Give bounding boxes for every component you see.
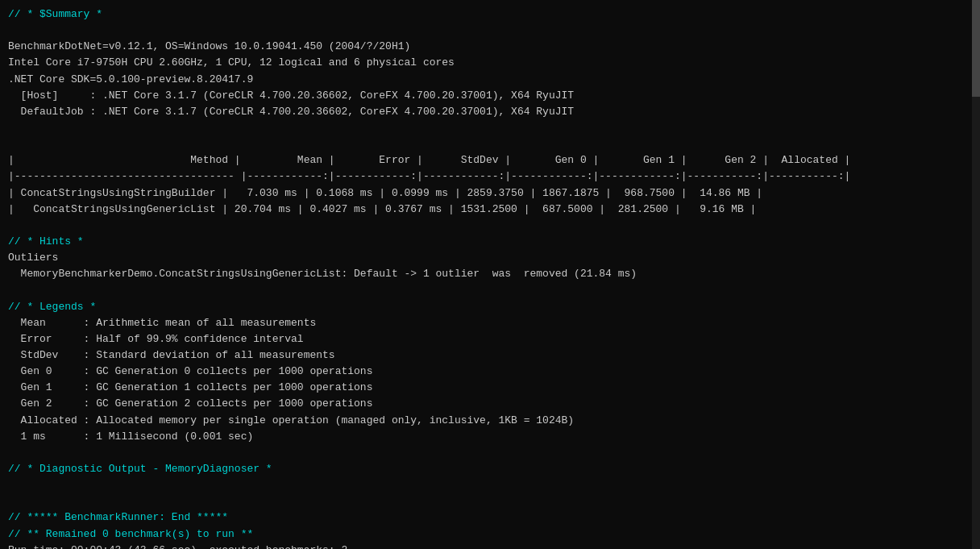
terminal-line <box>8 477 972 493</box>
terminal-line: Mean : Arithmetic mean of all measuremen… <box>8 315 972 331</box>
terminal-line: 1 ms : 1 Millisecond (0.001 sec) <box>8 429 972 445</box>
terminal-line: // * Diagnostic Output - MemoryDiagnoser… <box>8 461 972 477</box>
terminal-line: MemoryBenchmarkerDemo.ConcatStringsUsing… <box>8 266 972 282</box>
terminal-line <box>8 445 972 461</box>
terminal-line: Gen 0 : GC Generation 0 collects per 100… <box>8 364 972 380</box>
scrollbar-thumb[interactable] <box>972 0 980 97</box>
terminal-line <box>8 218 972 234</box>
terminal-line <box>8 493 972 509</box>
terminal-line: Allocated : Allocated memory per single … <box>8 413 972 429</box>
terminal-line <box>8 136 972 152</box>
terminal-line: Gen 1 : GC Generation 1 collects per 100… <box>8 380 972 396</box>
terminal-line: | ConcatStringsUsingGenericList | 20.704… <box>8 202 972 218</box>
terminal-line: // * $Summary * <box>8 6 972 23</box>
terminal-line: DefaultJob : .NET Core 3.1.7 (CoreCLR 4.… <box>8 104 972 120</box>
terminal-line: |----------------------------------- |--… <box>8 168 972 185</box>
terminal-line <box>8 120 972 136</box>
terminal-line: // ***** BenchmarkRunner: End ***** <box>8 509 972 526</box>
terminal-line: .NET Core SDK=5.0.100-preview.8.20417.9 <box>8 72 972 88</box>
terminal-line: // * Hints * <box>8 234 972 250</box>
terminal-line: [Host] : .NET Core 3.1.7 (CoreCLR 4.700.… <box>8 88 972 104</box>
terminal-line: StdDev : Standard deviation of all measu… <box>8 347 972 364</box>
terminal-line: | ConcatStringsUsingStringBuilder | 7.03… <box>8 185 972 202</box>
terminal-line: // * Legends * <box>8 299 972 315</box>
terminal-output: // * $Summary * BenchmarkDotNet=v0.12.1,… <box>8 6 972 549</box>
terminal-line: | Method | Mean | Error | StdDev | Gen 0… <box>8 152 972 168</box>
terminal-line <box>8 23 972 39</box>
terminal-line: // ** Remained 0 benchmark(s) to run ** <box>8 526 972 543</box>
terminal-line: Run time: 00:00:43 (43.66 sec), executed… <box>8 543 972 549</box>
terminal-line <box>8 282 972 298</box>
terminal-line: Outliers <box>8 250 972 266</box>
terminal-line: Error : Half of 99.9% confidence interva… <box>8 331 972 347</box>
terminal-line: BenchmarkDotNet=v0.12.1, OS=Windows 10.0… <box>8 39 972 55</box>
scrollbar[interactable] <box>972 0 980 549</box>
terminal-line: Intel Core i7-9750H CPU 2.60GHz, 1 CPU, … <box>8 55 972 71</box>
terminal-line: Gen 2 : GC Generation 2 collects per 100… <box>8 396 972 412</box>
